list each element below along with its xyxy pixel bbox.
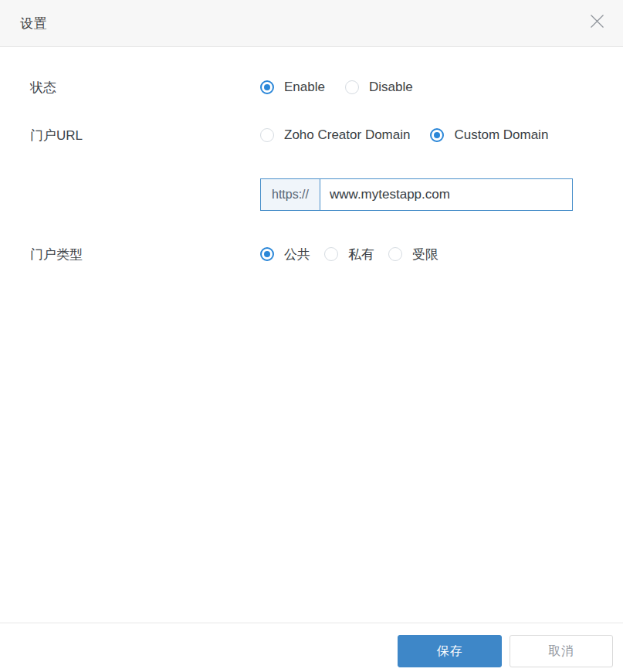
field-row-status: 状态 Enable Disable	[30, 77, 623, 97]
radio-option-zoho-creator-domain[interactable]: Zoho Creator Domain	[260, 127, 410, 143]
save-button[interactable]: 保存	[398, 635, 502, 667]
portal-url-field-label: 门户URL	[30, 127, 260, 144]
radio-label-restricted: 受限	[412, 246, 438, 263]
settings-dialog: 设置 状态 Enable Disable 门户URL Zoho Creato	[0, 0, 623, 672]
portal-url-radio-group: Zoho Creator Domain Custom Domain	[260, 127, 548, 143]
field-row-portal-url: 门户URL Zoho Creator Domain Custom Domain	[30, 125, 623, 145]
radio-option-restricted[interactable]: 受限	[388, 246, 438, 263]
cancel-button[interactable]: 取消	[510, 635, 613, 667]
radio-label-enable: Enable	[284, 80, 325, 95]
custom-domain-input[interactable]	[320, 179, 572, 210]
status-radio-group: Enable Disable	[260, 80, 413, 95]
radio-option-disable[interactable]: Disable	[345, 80, 413, 95]
radio-icon	[260, 247, 274, 261]
radio-label-private: 私有	[348, 246, 374, 263]
radio-icon	[345, 80, 359, 94]
radio-label-public: 公共	[284, 246, 310, 263]
status-field-label: 状态	[30, 79, 260, 97]
radio-icon	[260, 80, 274, 94]
radio-option-enable[interactable]: Enable	[260, 80, 325, 95]
radio-label-disable: Disable	[369, 80, 413, 95]
portal-type-radio-group: 公共 私有 受限	[260, 246, 452, 263]
radio-icon	[324, 247, 338, 261]
radio-option-custom-domain[interactable]: Custom Domain	[430, 127, 548, 143]
dialog-footer: 保存 取消	[0, 623, 623, 672]
radio-icon	[388, 247, 402, 261]
radio-label-custom-domain: Custom Domain	[454, 127, 548, 143]
close-icon	[590, 14, 604, 29]
close-button[interactable]	[586, 10, 608, 32]
dialog-title: 设置	[20, 15, 47, 32]
radio-label-zoho-creator-domain: Zoho Creator Domain	[284, 127, 410, 143]
radio-option-public[interactable]: 公共	[260, 246, 310, 263]
url-protocol-prefix: https://	[261, 179, 320, 210]
radio-option-private[interactable]: 私有	[324, 246, 374, 263]
field-row-portal-type: 门户类型 公共 私有 受限	[30, 244, 623, 264]
custom-domain-input-group: https://	[260, 178, 573, 211]
portal-type-field-label: 门户类型	[30, 246, 260, 263]
dialog-header: 设置	[0, 0, 623, 47]
radio-icon	[260, 128, 274, 142]
radio-icon	[430, 128, 444, 142]
